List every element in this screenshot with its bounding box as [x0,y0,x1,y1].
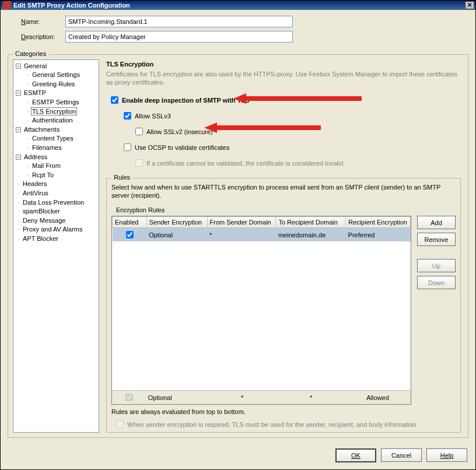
allow-sslv3-label: Allow SSLv3 [135,113,171,120]
tree-headers[interactable]: Headers [22,180,48,187]
categories-legend: Categories [13,50,48,57]
tree-content-types[interactable]: Content Types [31,135,75,142]
default-from-domain: * [207,391,277,405]
use-ocsp-label: Use OCSP to validate certificates [135,144,229,151]
add-button[interactable]: Add [417,216,456,229]
tls-required-checkbox [116,420,124,428]
col-from-sender-domain[interactable]: From Sender Domain [207,217,276,228]
tree-collapse-icon[interactable]: − [16,127,21,132]
use-ocsp-checkbox[interactable] [124,143,131,151]
table-row[interactable]: Optional * meinedomain.de Preferred [113,228,411,242]
cancel-button[interactable]: Cancel [381,448,422,462]
default-rule-row: Optional * * Allowed [112,391,411,405]
rule-to-domain: meinedomain.de [276,228,346,242]
tree-esmtp-settings[interactable]: ESMTP Settings [31,99,80,106]
rules-footer-note: Rules are always evaluated from top to b… [111,408,456,415]
col-enabled[interactable]: Enabled [113,217,147,228]
down-button[interactable]: Down [417,276,456,289]
tree-authentication[interactable]: Authentication [31,117,74,124]
col-sender-encryption[interactable]: Sender Encryption [146,217,207,228]
encryption-rules-label: Encryption Rules [116,206,456,213]
default-to-domain: * [277,391,345,405]
tree-tls-encryption[interactable]: TLS Encryption [31,107,77,115]
rules-fieldset: Rules Select how and when to use STARTTL… [106,178,461,433]
remove-button[interactable]: Remove [417,233,456,246]
categories-fieldset: Categories −General ·General Settings ·G… [8,54,468,438]
rule-from-domain: * [207,228,276,242]
header-form: Name: Description: [1,10,475,52]
rules-description: Select how and when to use STARTTLS encr… [111,183,456,199]
rule-sender-encryption: Optional [146,228,207,242]
dialog-window: Edit SMTP Proxy Action Configuration ✕ N… [0,0,476,470]
app-icon [3,1,11,9]
description-input[interactable] [65,31,293,43]
tree-filenames[interactable]: Filenames [31,144,63,151]
col-recipient-encryption[interactable]: Recipient Encryption [346,217,411,228]
tree-mail-from[interactable]: Mail From [31,162,62,169]
tls-required-label: When sender encryption is required, TLS … [127,421,416,428]
ok-button[interactable]: OK [335,448,376,462]
default-recipient-encryption: Allowed [345,391,411,405]
enable-tls-checkbox[interactable] [111,96,118,104]
tree-greeting-rules[interactable]: Greeting Rules [31,80,76,87]
default-rule-enabled [125,394,133,401]
tls-description: Certificates for TLS encryption are also… [106,70,461,86]
tree-collapse-icon[interactable]: − [16,90,21,96]
allow-sslv2-label: Allow SSLv2 (insecure) [146,128,213,135]
tree-antivirus[interactable]: AntiVirus [22,190,50,197]
categories-tree[interactable]: −General ·General Settings ·Greeting Rul… [13,59,99,433]
tree-attachments[interactable]: Attachments [23,126,61,133]
tree-esmtp[interactable]: ESMTP [23,89,47,96]
rules-legend: Rules [111,174,132,181]
name-input[interactable] [65,16,293,27]
titlebar: Edit SMTP Proxy Action Configuration ✕ [1,1,475,10]
tree-apt-blocker[interactable]: APT Blocker [22,235,60,242]
tree-address[interactable]: Address [23,153,48,160]
name-label: Name: [21,18,62,25]
tree-proxy-alarms[interactable]: Proxy and AV Alarms [22,226,84,233]
tree-general-settings[interactable]: General Settings [31,71,81,78]
dialog-buttons: OK Cancel Help [1,443,475,469]
rule-recipient-encryption: Preferred [346,228,411,242]
enable-tls-label: Enable deep inspection of SMTP with TLS [122,97,250,104]
description-label: Description: [21,33,62,40]
help-button[interactable]: Help [426,448,467,462]
allow-sslv2-checkbox[interactable] [135,128,143,135]
tree-deny-message[interactable]: Deny Message [22,217,66,224]
rule-enabled-checkbox[interactable] [126,231,134,238]
default-sender-encryption: Optional [146,391,208,405]
tree-dlp[interactable]: Data Loss Prevention [22,199,85,206]
tree-general[interactable]: General [23,62,48,69]
tree-collapse-icon[interactable]: − [16,155,21,160]
window-title: Edit SMTP Proxy Action Configuration [13,2,465,9]
ocsp-invalid-checkbox [135,159,143,167]
tree-rcpt-to[interactable]: Rcpt To [31,171,55,178]
ocsp-invalid-label: If a certificate cannot be validated, th… [146,160,344,167]
tree-spamblocker[interactable]: spamBlocker [22,208,61,215]
col-to-recipient-domain[interactable]: To Recipient Domain [276,217,346,228]
tree-collapse-icon[interactable]: − [16,64,21,69]
encryption-rules-table[interactable]: Enabled Sender Encryption From Sender Do… [111,216,411,405]
main-panel: TLS Encryption Certificates for TLS encr… [99,59,463,433]
allow-sslv3-checkbox[interactable] [124,112,131,120]
tls-title: TLS Encryption [106,61,461,68]
up-button[interactable]: Up [417,259,456,272]
close-icon[interactable]: ✕ [465,1,474,9]
